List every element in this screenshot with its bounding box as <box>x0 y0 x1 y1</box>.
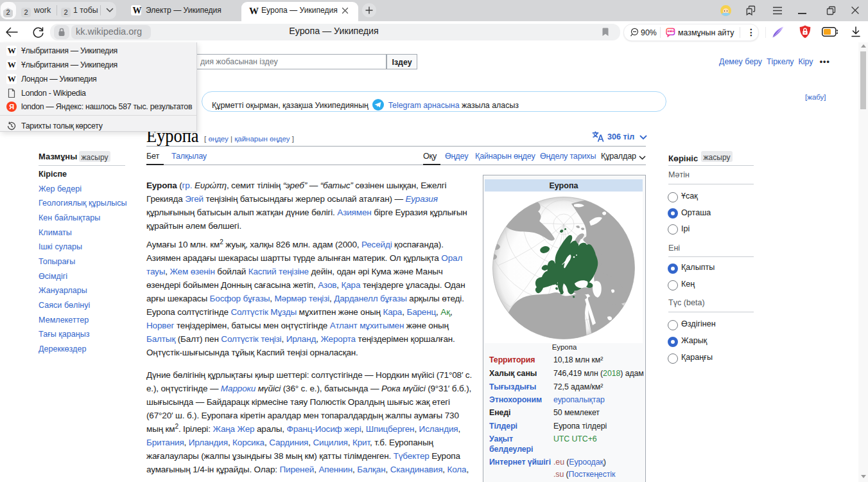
svg-text:“: “ <box>670 28 675 37</box>
